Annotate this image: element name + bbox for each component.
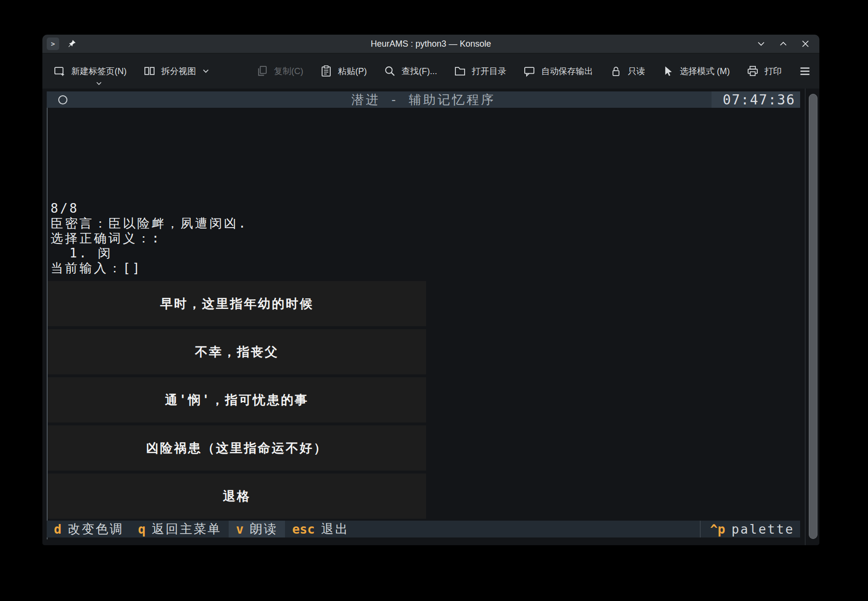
tui-clock: 07:47:36 <box>712 91 800 108</box>
toolbar-label: 自动保存输出 <box>541 65 593 77</box>
printer-icon <box>746 64 759 77</box>
paste-icon <box>320 64 333 77</box>
scrollbar-track[interactable] <box>800 89 819 545</box>
toolbar-label: 复制(C) <box>274 65 303 77</box>
toolbar: 新建标签页(N) 拆分视图 复制(C) <box>42 53 819 89</box>
toolbar-label: 粘贴(P) <box>338 65 367 77</box>
copy-button: 复制(C) <box>256 53 303 89</box>
split-view-icon <box>143 64 156 77</box>
tui-app-title: 潜进 - 辅助记忆程序 <box>47 91 800 108</box>
select-cursor-icon <box>661 64 674 77</box>
read-only-button[interactable]: 只读 <box>609 53 645 89</box>
toolbar-label: 打印 <box>764 65 782 77</box>
autosave-output-button[interactable]: 自动保存输出 <box>523 53 593 89</box>
toolbar-label: 打开目录 <box>472 65 506 77</box>
question-prompt: 选择正确词义：: <box>51 231 248 246</box>
close-icon[interactable] <box>797 37 814 51</box>
new-tab-dropdown-icon[interactable] <box>96 78 102 88</box>
question-sentence: 臣密言：臣以险衅，夙遭闵凶. <box>51 216 248 231</box>
new-tab-icon <box>53 64 66 77</box>
tui-header: 潜进 - 辅助记忆程序 07:47:36 <box>47 91 800 108</box>
toolbar-label: 查找(F)... <box>402 65 437 77</box>
hint-key: d <box>54 522 62 537</box>
split-view-dropdown-icon[interactable] <box>202 66 209 76</box>
hint-label: 朗读 <box>250 521 278 537</box>
hamburger-icon <box>798 64 812 78</box>
open-folder-icon <box>453 64 466 77</box>
find-button[interactable]: 查找(F)... <box>383 53 437 89</box>
toolbar-label: 拆分视图 <box>161 65 196 77</box>
option-button-2[interactable]: 不幸，指丧父 <box>48 329 426 374</box>
split-view-button[interactable]: 拆分视图 <box>143 53 209 89</box>
output-bubble-icon <box>523 64 536 77</box>
scrollbar-thumb[interactable] <box>809 94 817 539</box>
window-controls <box>753 35 814 53</box>
question-word: 1. 闵 <box>51 246 248 261</box>
question-progress: 8/8 <box>51 201 248 216</box>
toolbar-label: 选择模式 (M) <box>680 65 730 77</box>
menu-button[interactable] <box>798 53 812 89</box>
hint-label: 退出 <box>321 521 349 537</box>
hint-palette[interactable]: ^p palette <box>700 521 800 537</box>
print-button[interactable]: 打印 <box>746 53 782 89</box>
hint-key: q <box>138 522 146 537</box>
tui-app: 潜进 - 辅助记忆程序 07:47:36 8/8 臣密言：臣以险衅，夙遭闵凶. … <box>47 89 800 545</box>
hint-change-theme[interactable]: d 改变色调 <box>47 521 131 537</box>
option-button-3[interactable]: 通'悯'，指可忧患的事 <box>48 377 426 422</box>
konsole-window: > HeurAMS : python3 — Konsole <box>42 35 819 545</box>
new-tab-button[interactable]: 新建标签页(N) <box>53 53 127 89</box>
minimize-icon[interactable] <box>753 37 769 51</box>
backspace-button[interactable]: 退格 <box>48 473 426 519</box>
tui-statusbar: d 改变色调 q 返回主菜单 v 朗读 esc 退出 ^p palette <box>47 521 800 537</box>
hint-label: 返回主菜单 <box>152 521 221 537</box>
hint-label: palette <box>731 522 794 537</box>
open-directory-button[interactable]: 打开目录 <box>453 53 506 89</box>
hint-read-aloud[interactable]: v 朗读 <box>229 521 285 537</box>
lock-icon <box>609 64 622 77</box>
window-title: HeurAMS : python3 — Konsole <box>42 39 819 49</box>
question-block: 8/8 臣密言：臣以险衅，夙遭闵凶. 选择正确词义：: 1. 闵 当前输入：[] <box>51 201 248 276</box>
hint-key: esc <box>292 522 315 537</box>
titlebar: > HeurAMS : python3 — Konsole <box>42 35 819 53</box>
option-button-4[interactable]: 凶险祸患（这里指命运不好） <box>48 425 426 471</box>
terminal-screen[interactable]: 潜进 - 辅助记忆程序 07:47:36 8/8 臣密言：臣以险衅，夙遭闵凶. … <box>42 89 819 545</box>
toolbar-label: 只读 <box>628 65 645 77</box>
toolbar-label: 新建标签页(N) <box>71 65 127 77</box>
hint-key: ^p <box>710 522 725 537</box>
answer-options: 早时，这里指年幼的时候 不幸，指丧父 通'悯'，指可忧患的事 凶险祸患（这里指命… <box>48 281 426 522</box>
hint-main-menu[interactable]: q 返回主菜单 <box>131 521 229 537</box>
paste-button[interactable]: 粘贴(P) <box>320 53 367 89</box>
option-button-1[interactable]: 早时，这里指年幼的时候 <box>48 281 426 326</box>
select-mode-button[interactable]: 选择模式 (M) <box>661 53 730 89</box>
hint-label: 改变色调 <box>68 521 124 537</box>
current-input: 当前输入：[] <box>51 261 248 276</box>
hint-key: v <box>236 522 244 537</box>
copy-icon <box>256 64 269 77</box>
hint-exit[interactable]: esc 退出 <box>285 521 356 537</box>
find-icon <box>383 64 396 77</box>
maximize-icon[interactable] <box>775 37 791 51</box>
